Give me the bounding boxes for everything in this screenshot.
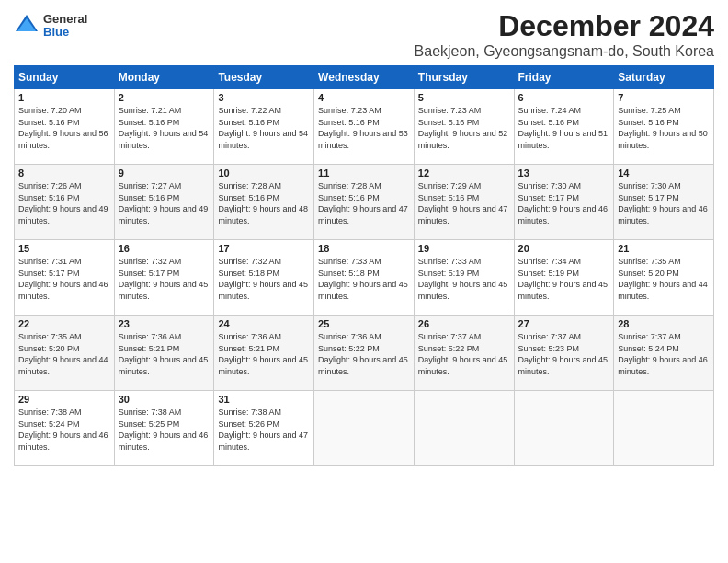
table-row: 15Sunrise: 7:31 AMSunset: 5:17 PMDayligh… — [15, 240, 115, 316]
table-row: 8Sunrise: 7:26 AMSunset: 5:16 PMDaylight… — [15, 165, 115, 240]
day-number: 14 — [618, 167, 710, 178]
day-info: Sunrise: 7:26 AMSunset: 5:16 PMDaylight:… — [18, 181, 108, 225]
logo-text: General Blue — [43, 13, 87, 40]
day-info: Sunrise: 7:23 AMSunset: 5:16 PMDaylight:… — [318, 106, 408, 150]
day-number: 2 — [119, 92, 210, 103]
day-number: 28 — [618, 318, 710, 329]
day-number: 24 — [218, 318, 310, 329]
day-number: 26 — [418, 318, 510, 329]
table-row: 4Sunrise: 7:23 AMSunset: 5:16 PMDaylight… — [314, 89, 415, 165]
table-row: 11Sunrise: 7:28 AMSunset: 5:16 PMDayligh… — [314, 165, 415, 240]
table-row: 17Sunrise: 7:32 AMSunset: 5:18 PMDayligh… — [214, 240, 314, 316]
table-row — [414, 391, 514, 466]
table-row: 26Sunrise: 7:37 AMSunset: 5:22 PMDayligh… — [414, 316, 514, 391]
title-block: December 2024 Baekjeon, Gyeongsangsnam-d… — [415, 9, 714, 60]
day-info: Sunrise: 7:37 AMSunset: 5:24 PMDaylight:… — [618, 332, 708, 376]
calendar-week-row: 8Sunrise: 7:26 AMSunset: 5:16 PMDaylight… — [15, 165, 714, 240]
table-row: 23Sunrise: 7:36 AMSunset: 5:21 PMDayligh… — [114, 316, 214, 391]
day-number: 3 — [218, 92, 310, 103]
day-info: Sunrise: 7:32 AMSunset: 5:17 PMDaylight:… — [119, 257, 209, 301]
col-monday: Monday — [114, 66, 214, 89]
day-info: Sunrise: 7:20 AMSunset: 5:16 PMDaylight:… — [18, 106, 108, 150]
header: General Blue December 2024 Baekjeon, Gye… — [14, 9, 714, 60]
table-row: 27Sunrise: 7:37 AMSunset: 5:23 PMDayligh… — [514, 316, 614, 391]
logo-blue: Blue — [43, 26, 87, 39]
table-row: 29Sunrise: 7:38 AMSunset: 5:24 PMDayligh… — [15, 391, 115, 466]
table-row: 20Sunrise: 7:34 AMSunset: 5:19 PMDayligh… — [514, 240, 614, 316]
table-row: 18Sunrise: 7:33 AMSunset: 5:18 PMDayligh… — [314, 240, 415, 316]
day-info: Sunrise: 7:28 AMSunset: 5:16 PMDaylight:… — [218, 181, 308, 225]
day-info: Sunrise: 7:37 AMSunset: 5:22 PMDaylight:… — [418, 332, 508, 376]
day-number: 11 — [318, 167, 410, 178]
day-number: 17 — [218, 243, 310, 254]
day-number: 19 — [418, 243, 510, 254]
day-info: Sunrise: 7:23 AMSunset: 5:16 PMDaylight:… — [418, 106, 508, 150]
table-row: 16Sunrise: 7:32 AMSunset: 5:17 PMDayligh… — [114, 240, 214, 316]
day-info: Sunrise: 7:38 AMSunset: 5:24 PMDaylight:… — [18, 408, 108, 452]
day-number: 1 — [18, 92, 110, 103]
day-number: 10 — [218, 167, 310, 178]
col-wednesday: Wednesday — [314, 66, 415, 89]
day-info: Sunrise: 7:27 AMSunset: 5:16 PMDaylight:… — [119, 181, 209, 225]
table-row — [514, 391, 614, 466]
day-info: Sunrise: 7:35 AMSunset: 5:20 PMDaylight:… — [18, 332, 108, 376]
day-info: Sunrise: 7:36 AMSunset: 5:21 PMDaylight:… — [218, 332, 308, 376]
col-friday: Friday — [514, 66, 614, 89]
day-number: 16 — [119, 243, 210, 254]
col-tuesday: Tuesday — [214, 66, 314, 89]
calendar-week-row: 1Sunrise: 7:20 AMSunset: 5:16 PMDaylight… — [15, 89, 714, 165]
table-row: 21Sunrise: 7:35 AMSunset: 5:20 PMDayligh… — [614, 240, 714, 316]
table-row: 1Sunrise: 7:20 AMSunset: 5:16 PMDaylight… — [15, 89, 115, 165]
day-info: Sunrise: 7:38 AMSunset: 5:25 PMDaylight:… — [119, 408, 209, 452]
logo-icon — [14, 13, 40, 39]
day-number: 7 — [618, 92, 710, 103]
table-row: 24Sunrise: 7:36 AMSunset: 5:21 PMDayligh… — [214, 316, 314, 391]
day-number: 25 — [318, 318, 410, 329]
calendar-header-row: Sunday Monday Tuesday Wednesday Thursday… — [15, 66, 714, 89]
table-row: 9Sunrise: 7:27 AMSunset: 5:16 PMDaylight… — [114, 165, 214, 240]
day-info: Sunrise: 7:36 AMSunset: 5:22 PMDaylight:… — [318, 332, 408, 376]
table-row — [614, 391, 714, 466]
day-info: Sunrise: 7:38 AMSunset: 5:26 PMDaylight:… — [218, 408, 308, 452]
day-info: Sunrise: 7:21 AMSunset: 5:16 PMDaylight:… — [119, 106, 209, 150]
page-title: December 2024 — [415, 9, 714, 43]
day-info: Sunrise: 7:30 AMSunset: 5:17 PMDaylight:… — [518, 181, 609, 225]
table-row: 30Sunrise: 7:38 AMSunset: 5:25 PMDayligh… — [114, 391, 214, 466]
table-row: 31Sunrise: 7:38 AMSunset: 5:26 PMDayligh… — [214, 391, 314, 466]
day-info: Sunrise: 7:37 AMSunset: 5:23 PMDaylight:… — [518, 332, 609, 376]
day-number: 31 — [218, 394, 310, 405]
day-number: 13 — [518, 167, 610, 178]
table-row: 22Sunrise: 7:35 AMSunset: 5:20 PMDayligh… — [15, 316, 115, 391]
table-row: 3Sunrise: 7:22 AMSunset: 5:16 PMDaylight… — [214, 89, 314, 165]
table-row: 12Sunrise: 7:29 AMSunset: 5:16 PMDayligh… — [414, 165, 514, 240]
table-row — [314, 391, 415, 466]
day-info: Sunrise: 7:32 AMSunset: 5:18 PMDaylight:… — [218, 257, 308, 301]
day-info: Sunrise: 7:25 AMSunset: 5:16 PMDaylight:… — [618, 106, 708, 150]
day-info: Sunrise: 7:34 AMSunset: 5:19 PMDaylight:… — [518, 257, 609, 301]
calendar-table: Sunday Monday Tuesday Wednesday Thursday… — [14, 65, 714, 466]
table-row: 5Sunrise: 7:23 AMSunset: 5:16 PMDaylight… — [414, 89, 514, 165]
page: General Blue December 2024 Baekjeon, Gye… — [0, 0, 728, 563]
table-row: 28Sunrise: 7:37 AMSunset: 5:24 PMDayligh… — [614, 316, 714, 391]
day-number: 27 — [518, 318, 610, 329]
table-row: 13Sunrise: 7:30 AMSunset: 5:17 PMDayligh… — [514, 165, 614, 240]
day-info: Sunrise: 7:35 AMSunset: 5:20 PMDaylight:… — [618, 257, 708, 301]
table-row: 6Sunrise: 7:24 AMSunset: 5:16 PMDaylight… — [514, 89, 614, 165]
day-info: Sunrise: 7:28 AMSunset: 5:16 PMDaylight:… — [318, 181, 408, 225]
table-row: 10Sunrise: 7:28 AMSunset: 5:16 PMDayligh… — [214, 165, 314, 240]
col-sunday: Sunday — [15, 66, 115, 89]
day-number: 23 — [119, 318, 210, 329]
day-info: Sunrise: 7:31 AMSunset: 5:17 PMDaylight:… — [18, 257, 108, 301]
logo: General Blue — [14, 13, 87, 40]
table-row: 2Sunrise: 7:21 AMSunset: 5:16 PMDaylight… — [114, 89, 214, 165]
day-number: 8 — [18, 167, 110, 178]
table-row: 25Sunrise: 7:36 AMSunset: 5:22 PMDayligh… — [314, 316, 415, 391]
day-number: 18 — [318, 243, 410, 254]
day-number: 15 — [18, 243, 110, 254]
day-number: 4 — [318, 92, 410, 103]
calendar-week-row: 15Sunrise: 7:31 AMSunset: 5:17 PMDayligh… — [15, 240, 714, 316]
table-row: 14Sunrise: 7:30 AMSunset: 5:17 PMDayligh… — [614, 165, 714, 240]
day-number: 29 — [18, 394, 110, 405]
day-number: 22 — [18, 318, 110, 329]
calendar-week-row: 29Sunrise: 7:38 AMSunset: 5:24 PMDayligh… — [15, 391, 714, 466]
